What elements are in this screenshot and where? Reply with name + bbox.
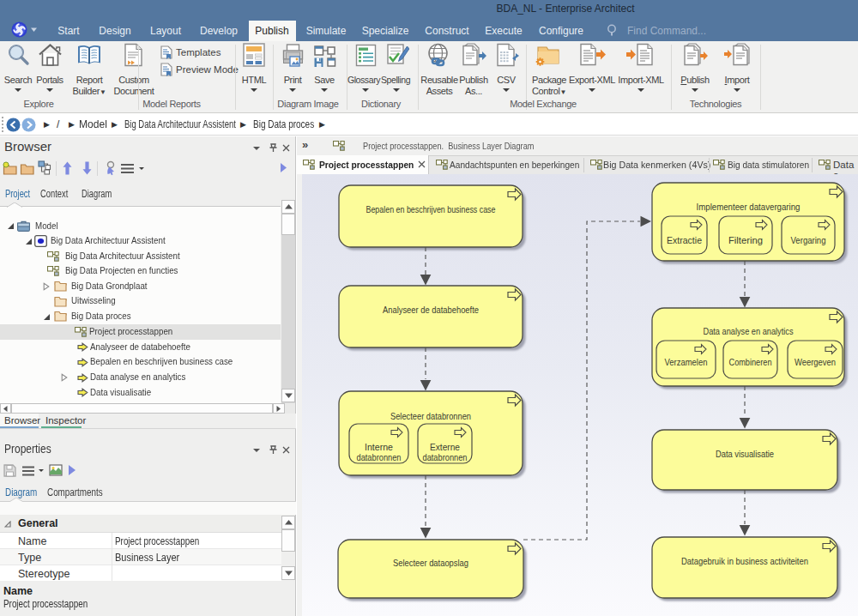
svg-text:Datagebruik in business activi: Datagebruik in business activiteiten	[681, 556, 808, 566]
svg-text:Analyseer de databehoefte: Analyseer de databehoefte	[383, 305, 479, 315]
svg-text:Verzamelen: Verzamelen	[665, 357, 708, 367]
svg-text:Selecteer dataopslag: Selecteer dataopslag	[393, 558, 468, 568]
svg-text:Implementeer datavergaring: Implementeer datavergaring	[697, 202, 801, 212]
svg-text:Filtering: Filtering	[728, 235, 763, 245]
svg-text:Interne: Interne	[365, 442, 393, 452]
svg-text:Vergaring: Vergaring	[791, 235, 826, 245]
svg-text:Combineren: Combineren	[729, 357, 772, 367]
svg-text:Weergeven: Weergeven	[795, 357, 836, 367]
svg-text:databronnen: databronnen	[357, 452, 402, 462]
svg-text:Externe: Externe	[430, 442, 460, 452]
svg-text:Data visualisatie: Data visualisatie	[716, 449, 774, 459]
svg-text:Selecteer databronnen: Selecteer databronnen	[390, 411, 471, 421]
svg-text:Data analyse en analytics: Data analyse en analytics	[704, 326, 795, 336]
svg-text:Bepalen en beschrijven busines: Bepalen en beschrijven business case	[366, 204, 496, 214]
svg-text:Extractie: Extractie	[667, 235, 702, 245]
svg-text:databronnen: databronnen	[423, 452, 468, 462]
